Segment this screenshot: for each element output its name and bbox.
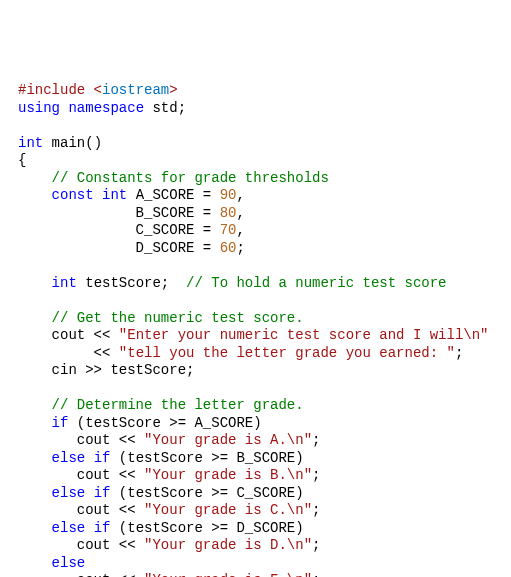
string-grade-f: "Your grade is F.\n" bbox=[144, 572, 312, 577]
string-grade-c: "Your grade is C.\n" bbox=[144, 502, 312, 518]
keyword-else: else bbox=[52, 555, 86, 571]
stream-op: << bbox=[18, 345, 119, 361]
main-decl: main() bbox=[43, 135, 102, 151]
comment-get-score: // Get the numeric test score. bbox=[52, 310, 304, 326]
number-80: 80 bbox=[220, 205, 237, 221]
a-score-decl: A_SCORE = bbox=[127, 187, 219, 203]
cout-b: cout << bbox=[18, 467, 144, 483]
comment-constants: // Constants for grade thresholds bbox=[52, 170, 329, 186]
keyword-using: using bbox=[18, 100, 60, 116]
angle-open: < bbox=[85, 82, 102, 98]
keyword-else: else bbox=[52, 520, 86, 536]
b-score-decl: B_SCORE = bbox=[18, 205, 220, 221]
cond-d: (testScore >= D_SCORE) bbox=[110, 520, 303, 536]
string-prompt2: "tell you the letter grade you earned: " bbox=[119, 345, 455, 361]
semicolon: ; bbox=[236, 240, 244, 256]
comment-determine: // Determine the letter grade. bbox=[52, 397, 304, 413]
brace-open: { bbox=[18, 152, 26, 168]
cout-c: cout << bbox=[18, 502, 144, 518]
comma: , bbox=[236, 222, 244, 238]
testscore-decl: testScore; bbox=[77, 275, 186, 291]
cout-a: cout << bbox=[18, 432, 144, 448]
cout-f: cout << bbox=[18, 572, 144, 577]
c-score-decl: C_SCORE = bbox=[18, 222, 220, 238]
angle-close: > bbox=[169, 82, 177, 98]
semicolon: ; bbox=[312, 432, 320, 448]
cond-b: (testScore >= B_SCORE) bbox=[110, 450, 303, 466]
preprocessor: #include bbox=[18, 82, 85, 98]
number-60: 60 bbox=[220, 240, 237, 256]
string-grade-d: "Your grade is D.\n" bbox=[144, 537, 312, 553]
keyword-if: if bbox=[94, 485, 111, 501]
string-grade-b: "Your grade is B.\n" bbox=[144, 467, 312, 483]
keyword-namespace: namespace bbox=[68, 100, 144, 116]
cond-c: (testScore >= C_SCORE) bbox=[110, 485, 303, 501]
keyword-int: int bbox=[102, 187, 127, 203]
d-score-decl: D_SCORE = bbox=[18, 240, 220, 256]
number-90: 90 bbox=[220, 187, 237, 203]
keyword-else: else bbox=[52, 485, 86, 501]
string-prompt1: "Enter your numeric test score and I wil… bbox=[119, 327, 489, 343]
cond-a: (testScore >= A_SCORE) bbox=[68, 415, 261, 431]
keyword-int: int bbox=[52, 275, 77, 291]
keyword-if: if bbox=[94, 520, 111, 536]
header-name: iostream bbox=[102, 82, 169, 98]
semicolon: ; bbox=[312, 502, 320, 518]
keyword-else: else bbox=[52, 450, 86, 466]
semicolon: ; bbox=[455, 345, 463, 361]
code-block: #include <iostream> using namespace std;… bbox=[18, 82, 489, 577]
keyword-if: if bbox=[52, 415, 69, 431]
string-grade-a: "Your grade is A.\n" bbox=[144, 432, 312, 448]
std-text: std; bbox=[144, 100, 186, 116]
semicolon: ; bbox=[312, 537, 320, 553]
comma: , bbox=[236, 205, 244, 221]
semicolon: ; bbox=[312, 572, 320, 577]
keyword-int: int bbox=[18, 135, 43, 151]
comment-testscore: // To hold a numeric test score bbox=[186, 275, 446, 291]
number-70: 70 bbox=[220, 222, 237, 238]
cin-line: cin >> testScore; bbox=[18, 362, 194, 378]
keyword-if: if bbox=[94, 450, 111, 466]
comma: , bbox=[236, 187, 244, 203]
cout-line: cout << bbox=[18, 327, 119, 343]
cout-d: cout << bbox=[18, 537, 144, 553]
keyword-const: const bbox=[52, 187, 94, 203]
semicolon: ; bbox=[312, 467, 320, 483]
